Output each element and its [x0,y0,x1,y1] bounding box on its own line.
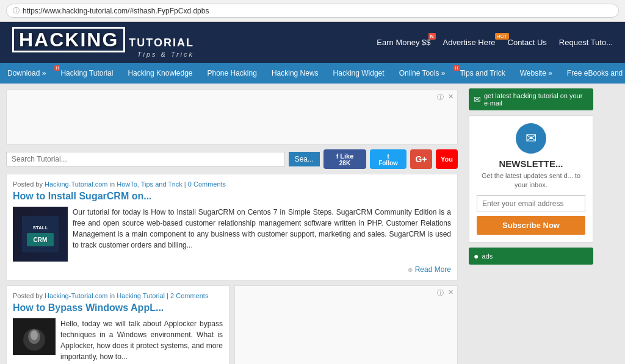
ads-label: ads [482,252,493,260]
tw-follow: Follow [378,160,398,166]
search-button[interactable]: Sea... [289,152,320,166]
header-nav: N Earn Money $$ HOT Advertise Here Conta… [377,38,613,47]
post-bypass-content: Hello, today we will talk about Applocke… [13,318,223,362]
nav-website[interactable]: Website » [513,63,560,84]
logo-tagline: Tips & Trick [129,51,194,58]
fb-f: f Like [336,152,354,160]
search-input[interactable] [12,155,280,163]
logo-area: HACKING TUTORIAL Tips & Trick [12,27,194,58]
site-header: HACKING TUTORIAL Tips & Trick N Earn Mon… [0,22,625,63]
earn-money-link[interactable]: N Earn Money $$ [377,38,430,47]
nav-hacking-widget-label: Hacking Widget [333,69,385,77]
post-bypass-meta: Posted by Hacking-Tutorial.com in Hackin… [13,292,223,299]
advertise-link[interactable]: HOT Advertise Here [443,38,496,47]
read-more-label: Read More [415,265,451,274]
fb-count: 28K [339,160,350,166]
social-search-bar: Sea... f Like 28K t Follow G+ You [6,149,458,169]
url-text: https://www.hacking-tutorial.com/#sthash… [23,7,209,15]
main-nav: Download » H Hacking Tutorial Hacking Kn… [0,63,625,84]
ad-close-icon2[interactable]: ✕ [448,288,453,296]
nav-hacking-tutorial[interactable]: H Hacking Tutorial [53,63,120,84]
newsletter-title: NEWSLETTE... [477,159,585,169]
facebook-icon[interactable]: f Like 28K [323,149,366,169]
request-tuto-link[interactable]: Request Tuto... [559,38,613,47]
security-icon: ⓘ [13,6,20,15]
search-box [6,152,285,166]
nav-hacking-news[interactable]: Hacking News [264,63,326,84]
browser-chrome: ⓘ https://www.hacking-tutorial.com/#stha… [0,0,625,22]
content-wrapper: ⓘ ✕ Sea... f Like 28K t Follow G+ [0,84,625,364]
advertise-label: Advertise Here [443,38,496,47]
contact-us-label: Contact Us [508,38,547,47]
hot-badge: HOT [495,33,509,40]
contact-us-link[interactable]: Contact Us [508,38,547,47]
sidebar-email-bar: ✉ get latest hacking tutorial on your e-… [469,88,593,110]
social-icons: f Like 28K t Follow G+ You [323,149,458,169]
nav-online-tools-label: Online Tools » [399,69,446,77]
url-bar[interactable]: ⓘ https://www.hacking-tutorial.com/#stha… [6,4,619,18]
nav-tips-trick-label: Tips and Trick [460,69,505,77]
newsletter-subtitle: Get the latest updates sent d... to your… [477,171,585,190]
ad-info-icon: ⓘ [437,93,444,102]
twitter-icon[interactable]: t Follow [370,149,406,169]
nav-hacking-widget[interactable]: Hacking Widget [326,63,392,84]
svg-text:CRM: CRM [34,237,48,243]
sidebar: ✉ get latest hacking tutorial on your e-… [464,84,598,364]
nav-hacking-knowledge-label: Hacking Knowledge [128,69,192,77]
post-sugarcrm-meta: Posted by Hacking-Tutorial.com in HowTo,… [13,180,451,188]
posts-grid: Posted by Hacking-Tutorial.com in HowTo,… [6,174,458,364]
sidebar-ads-bar: ● ads [469,248,593,265]
svg-point-7 [31,330,38,340]
post-sugarcrm-thumb: STALL CRM [13,207,68,262]
yt-label: You [441,155,453,163]
email-envelope-icon: ✉ [526,130,536,146]
post-bypass-author[interactable]: Hacking-Tutorial.com [45,292,108,299]
nav-ebooks[interactable]: Free eBooks and Reports [560,63,625,84]
ht-badge: H [54,65,60,71]
post-sugarcrm-comments[interactable]: 0 Comments [188,180,226,188]
nav-hacking-knowledge[interactable]: Hacking Knowledge [120,63,200,84]
post-sugarcrm: Posted by Hacking-Tutorial.com in HowTo,… [6,174,458,280]
post-sugarcrm-readmore[interactable]: ⊕ Read More [13,265,451,274]
post-sugarcrm-text: Our tutorial for today is How to Install… [73,207,451,262]
newsletter-icon: ✉ [516,123,546,154]
nav-hacking-news-label: Hacking News [272,69,319,77]
ad-card-grid: ⓘ ✕ [234,285,458,364]
nav-phone-hacking[interactable]: Phone Hacking [200,63,264,84]
ad-info-icon2: ⓘ [437,288,444,298]
sidebar-newsletter: ✉ NEWSLETTE... Get the latest updates se… [469,115,593,243]
nav-tips-trick[interactable]: H Tips and Trick [452,63,512,84]
earn-badge: N [428,33,436,40]
post-sugarcrm-content: STALL CRM Our tutorial for today is How … [13,207,451,262]
post-bypass-thumb [13,318,56,355]
earn-money-label: Earn Money $$ [377,38,430,47]
nav-website-label: Website » [520,69,552,77]
subscribe-button[interactable]: Subscribe Now [477,216,585,235]
main-content: ⓘ ✕ Sea... f Like 28K t Follow G+ [0,84,464,364]
post-bypass-category[interactable]: Hacking Tutorial [117,292,165,299]
ads-dot-icon: ● [474,251,479,261]
subscribe-label: Subscribe Now [502,221,560,230]
email-icon: ✉ [474,95,481,104]
email-bar-text: get latest hacking tutorial on your e-ma… [484,92,588,107]
svg-text:STALL: STALL [32,225,48,230]
nav-phone-hacking-label: Phone Hacking [208,69,257,77]
nav-hacking-tutorial-label: Hacking Tutorial [60,69,113,77]
post-sugarcrm-category[interactable]: HowTo, Tips and Trick [117,180,182,188]
ad-banner-top: ⓘ ✕ [6,90,458,145]
post-bypass-text: Hello, today we will talk about Applocke… [60,318,223,362]
logo-hacking: HACKING [12,27,125,52]
newsletter-email-input[interactable] [477,195,585,212]
post-sugarcrm-author[interactable]: Hacking-Tutorial.com [45,180,108,188]
googleplus-icon[interactable]: G+ [410,149,432,169]
request-tuto-label: Request Tuto... [559,38,613,47]
nav-online-tools[interactable]: Online Tools » [392,63,453,84]
post-bypass-comments[interactable]: 2 Comments [170,292,208,299]
nav-download-label: Download » [7,69,46,77]
tw-t: t [387,152,389,160]
post-sugarcrm-title[interactable]: How to Install SugarCRM on... [13,191,451,202]
nav-download[interactable]: Download » [0,63,53,84]
ad-close-icon[interactable]: ✕ [448,93,453,101]
youtube-icon[interactable]: You [436,149,458,169]
post-bypass-title[interactable]: How to Bypass Windows AppL... [13,302,223,313]
